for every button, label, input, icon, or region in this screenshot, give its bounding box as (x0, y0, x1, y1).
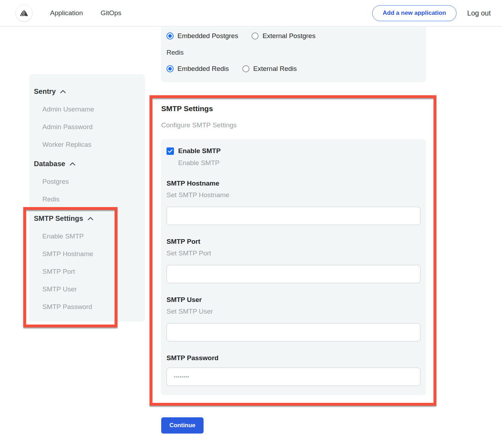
sidebar-item-enable-smtp[interactable]: Enable SMTP (29, 228, 145, 245)
config-sidebar: Sentry Admin Username Admin Password Wor… (29, 74, 145, 322)
radio-label: External Postgres (262, 32, 315, 40)
sidebar-item-smtp-port[interactable]: SMTP Port (29, 263, 145, 280)
sidebar-item-admin-password[interactable]: Admin Password (29, 118, 145, 136)
checkmark-icon (168, 149, 173, 153)
smtp-port-helper: Set SMTP Port (167, 249, 421, 257)
smtp-user-label: SMTP User (167, 296, 421, 304)
smtp-port-label: SMTP Port (167, 238, 421, 246)
smtp-user-helper: Set SMTP User (167, 308, 421, 315)
chevron-up-icon (60, 90, 66, 93)
app-logo-icon (19, 8, 29, 18)
radio-unselected-icon (252, 32, 259, 40)
smtp-hostname-field-group: SMTP Hostname Set SMTP Hostname (167, 180, 421, 225)
smtp-port-field-group: SMTP Port Set SMTP Port (167, 238, 421, 283)
smtp-password-field-group: SMTP Password (167, 354, 421, 386)
radio-external-postgres[interactable]: External Postgres (252, 32, 315, 40)
sidebar-item-smtp-hostname[interactable]: SMTP Hostname (29, 245, 145, 263)
continue-button[interactable]: Continue (161, 417, 204, 434)
enable-smtp-checkbox[interactable]: Enable SMTP (167, 147, 421, 155)
sidebar-item-smtp-user[interactable]: SMTP User (29, 280, 145, 298)
postgres-radio-group: Embedded Postgres External Postgres (167, 31, 421, 41)
radio-unselected-icon (242, 65, 249, 72)
smtp-settings-panel: Enable SMTP Enable SMTP SMTP Hostname Se… (161, 139, 426, 395)
smtp-password-label: SMTP Password (167, 354, 421, 362)
sidebar-item-redis[interactable]: Redis (29, 190, 145, 208)
chevron-up-icon (87, 217, 93, 220)
radio-embedded-redis[interactable]: Embedded Redis (167, 65, 229, 73)
enable-smtp-helper: Enable SMTP (178, 159, 421, 167)
sidebar-group-label: Sentry (34, 87, 56, 96)
smtp-port-input[interactable] (167, 265, 421, 283)
sidebar-item-postgres[interactable]: Postgres (29, 173, 145, 190)
smtp-section-title: SMTP Settings (161, 104, 213, 113)
sidebar-group-sentry[interactable]: Sentry (29, 83, 145, 101)
sidebar-group-database[interactable]: Database (29, 155, 145, 173)
sidebar-group-smtp-settings[interactable]: SMTP Settings (29, 210, 145, 228)
radio-selected-icon (167, 32, 174, 40)
redis-group-label: Redis (167, 49, 421, 56)
database-config-panel: Embedded Postgres External Postgres Redi… (161, 27, 426, 82)
chevron-up-icon (69, 162, 75, 166)
sidebar-item-worker-replicas[interactable]: Worker Replicas (29, 136, 145, 153)
app-logo[interactable] (16, 5, 32, 22)
top-nav: Application GitOps Add a new application… (0, 0, 502, 26)
page: Application GitOps Add a new application… (0, 0, 502, 448)
radio-label: Embedded Redis (177, 65, 229, 73)
sidebar-group-label: SMTP Settings (34, 214, 83, 223)
checkbox-checked-icon (167, 147, 174, 155)
sidebar-group-label: Database (34, 160, 65, 168)
add-application-button[interactable]: Add a new application (372, 5, 456, 21)
smtp-password-input[interactable] (167, 368, 421, 386)
sidebar-item-admin-username[interactable]: Admin Username (29, 101, 145, 118)
nav-item-application[interactable]: Application (50, 9, 83, 17)
sidebar-item-smtp-password[interactable]: SMTP Password (29, 298, 145, 316)
radio-label: Embedded Postgres (177, 32, 238, 40)
logout-link[interactable]: Log out (467, 9, 491, 17)
radio-label: External Redis (253, 65, 297, 73)
redis-radio-group: Embedded Redis External Redis (167, 64, 421, 74)
enable-smtp-label: Enable SMTP (178, 147, 220, 155)
smtp-hostname-helper: Set SMTP Hostname (167, 191, 421, 199)
nav-item-gitops[interactable]: GitOps (101, 9, 121, 17)
smtp-user-input[interactable] (167, 323, 421, 341)
smtp-user-field-group: SMTP User Set SMTP User (167, 296, 421, 341)
radio-embedded-postgres[interactable]: Embedded Postgres (167, 32, 238, 40)
smtp-hostname-input[interactable] (167, 207, 421, 225)
radio-selected-icon (167, 65, 174, 72)
smtp-section-subtitle: Configure SMTP Settings (161, 121, 237, 129)
smtp-hostname-label: SMTP Hostname (167, 180, 421, 187)
radio-external-redis[interactable]: External Redis (242, 65, 297, 73)
